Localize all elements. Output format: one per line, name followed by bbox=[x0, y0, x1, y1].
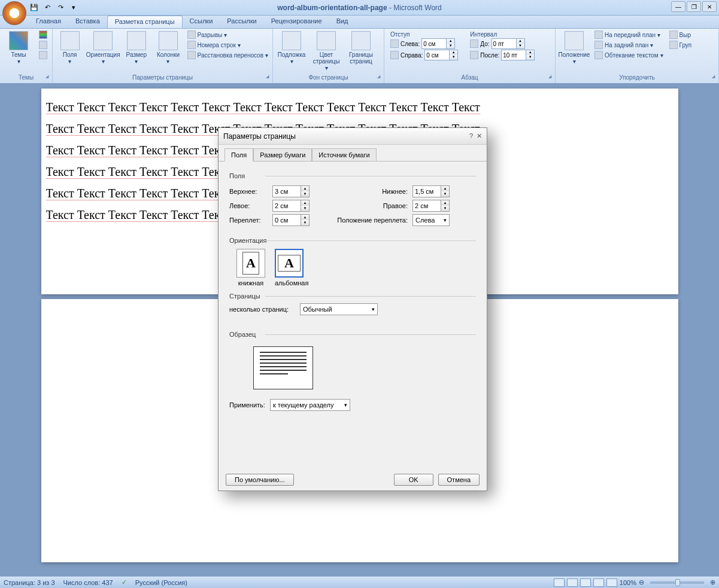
ribbon-group-paragraph: Отступ Слева:▲▼ Справа:▲▼ Интервал До:▲▼… bbox=[384, 29, 556, 83]
left-margin-input[interactable]: ▲▼ bbox=[272, 200, 310, 212]
view-full-screen[interactable] bbox=[567, 578, 578, 587]
multi-pages-combo[interactable]: Обычный bbox=[300, 303, 378, 315]
page-borders-icon bbox=[351, 31, 371, 50]
tab-home[interactable]: Главная bbox=[29, 16, 68, 28]
gutter-position-combo[interactable]: Слева bbox=[412, 214, 450, 226]
tab-references[interactable]: Ссылки bbox=[183, 16, 220, 28]
office-button[interactable] bbox=[2, 1, 26, 25]
view-outline[interactable] bbox=[593, 578, 604, 587]
dialog-body: Поля Верхнее:▲▼ Левое:▲▼ Переплет:▲▼ Ниж… bbox=[219, 162, 487, 419]
themes-button[interactable]: Темы▾ bbox=[2, 30, 35, 66]
apply-to-combo[interactable]: к текущему разделу bbox=[270, 399, 350, 411]
indent-label: Отступ bbox=[390, 31, 458, 38]
line-numbers-button[interactable]: Номера строк ▾ bbox=[186, 40, 270, 50]
right-margin-input[interactable]: ▲▼ bbox=[412, 200, 450, 212]
group-label-themes: Темы bbox=[2, 73, 50, 82]
ok-button[interactable]: OK bbox=[394, 474, 433, 486]
dialog-tab-margins[interactable]: Поля bbox=[225, 148, 253, 162]
wrap-icon bbox=[594, 51, 603, 59]
document-text[interactable]: Текст Текст Текст Текст Текст Текст Текс… bbox=[46, 100, 480, 114]
view-print-layout[interactable] bbox=[554, 578, 565, 587]
spacing-before-input[interactable]: ▲▼ bbox=[492, 38, 525, 49]
theme-colors-button[interactable] bbox=[37, 30, 49, 39]
theme-fonts-button[interactable] bbox=[37, 40, 49, 50]
spacing-after-input[interactable]: ▲▼ bbox=[501, 50, 535, 60]
dialog-titlebar[interactable]: Параметры страницы ? ✕ bbox=[219, 128, 487, 145]
orientation-button[interactable]: Ориентация▾ bbox=[87, 30, 119, 66]
hyphenation-icon bbox=[187, 51, 196, 59]
bring-front-button[interactable]: На передний план ▾ bbox=[593, 30, 665, 39]
margins-button[interactable]: Поля▾ bbox=[55, 30, 84, 66]
colors-icon bbox=[39, 31, 47, 39]
top-margin-input[interactable]: ▲▼ bbox=[272, 185, 310, 197]
spellcheck-icon[interactable]: ✓ bbox=[122, 578, 127, 586]
dialog-tabs: Поля Размер бумаги Источник бумаги bbox=[219, 145, 487, 162]
send-back-button[interactable]: На задний план ▾ bbox=[593, 40, 665, 50]
text-wrap-button[interactable]: Обтекание текстом ▾ bbox=[593, 50, 665, 60]
watermark-button[interactable]: Подложка▾ bbox=[275, 30, 308, 66]
indent-right-input[interactable]: ▲▼ bbox=[424, 50, 458, 60]
undo-icon[interactable]: ↶ bbox=[42, 2, 53, 13]
zoom-in-button[interactable]: ⊕ bbox=[710, 578, 715, 586]
apply-label: Применить: bbox=[229, 401, 265, 409]
effects-icon bbox=[39, 51, 47, 59]
close-button[interactable]: ✕ bbox=[702, 1, 717, 12]
front-icon bbox=[594, 31, 603, 39]
ribbon: Темы▾ Темы Поля▾ Ориентация▾ Размер▾ Кол… bbox=[0, 29, 719, 84]
gutter-label: Переплет: bbox=[229, 217, 268, 224]
view-draft[interactable] bbox=[606, 578, 617, 587]
status-page[interactable]: Страница: 3 из 3 bbox=[4, 579, 55, 586]
zoom-slider[interactable] bbox=[650, 581, 704, 584]
page-setup-dialog: Параметры страницы ? ✕ Поля Размер бумаг… bbox=[218, 127, 487, 491]
minimize-button[interactable]: — bbox=[671, 1, 685, 12]
indent-left-input[interactable]: ▲▼ bbox=[421, 38, 455, 49]
bottom-margin-input[interactable]: ▲▼ bbox=[412, 185, 450, 197]
columns-icon bbox=[159, 31, 178, 50]
dialog-tab-paper[interactable]: Размер бумаги bbox=[253, 148, 312, 162]
status-language[interactable]: Русский (Россия) bbox=[135, 579, 187, 586]
gutter-input[interactable]: ▲▼ bbox=[272, 214, 310, 226]
title-bar: 💾 ↶ ↷ ▾ word-album-orientation-all-page … bbox=[0, 0, 719, 16]
ribbon-group-page-setup: Поля▾ Ориентация▾ Размер▾ Колонки▾ Разры… bbox=[53, 29, 273, 83]
dialog-close-icon[interactable]: ✕ bbox=[477, 132, 482, 140]
view-web-layout[interactable] bbox=[580, 578, 591, 587]
margins-icon bbox=[60, 31, 80, 50]
tab-insert[interactable]: Вставка bbox=[68, 16, 107, 28]
indent-left-icon bbox=[390, 39, 399, 48]
columns-button[interactable]: Колонки▾ bbox=[153, 30, 183, 66]
align-button[interactable]: Выр bbox=[668, 30, 694, 39]
ribbon-tabs: Главная Вставка Разметка страницы Ссылки… bbox=[0, 16, 719, 29]
orientation-icon bbox=[93, 31, 113, 50]
window-title: word-album-orientation-all-page - Micros… bbox=[277, 4, 441, 12]
tab-review[interactable]: Рецензирование bbox=[264, 16, 329, 28]
zoom-out-button[interactable]: ⊖ bbox=[639, 578, 644, 586]
hyphenation-button[interactable]: Расстановка переносов ▾ bbox=[186, 50, 270, 60]
redo-icon[interactable]: ↷ bbox=[55, 2, 66, 13]
cancel-button[interactable]: Отмена bbox=[438, 474, 480, 486]
maximize-button[interactable]: ❐ bbox=[687, 1, 701, 12]
zoom-value[interactable]: 100% bbox=[620, 579, 636, 586]
theme-effects-button[interactable] bbox=[37, 50, 49, 60]
dialog-tab-source[interactable]: Источник бумаги bbox=[312, 148, 376, 162]
dialog-help-icon[interactable]: ? bbox=[469, 132, 473, 140]
bottom-label: Нижнее: bbox=[324, 188, 408, 195]
line-numbers-icon bbox=[187, 41, 196, 49]
tab-view[interactable]: Вид bbox=[329, 16, 356, 28]
page-borders-button[interactable]: Границы страниц bbox=[345, 30, 377, 66]
qat-customize-icon[interactable]: ▾ bbox=[68, 2, 79, 13]
page-color-button[interactable]: Цвет страницы▾ bbox=[310, 30, 342, 72]
window-controls: — ❐ ✕ bbox=[671, 1, 717, 12]
tab-mailings[interactable]: Рассылки bbox=[220, 16, 263, 28]
tab-page-layout[interactable]: Разметка страницы bbox=[107, 16, 183, 28]
breaks-button[interactable]: Разрывы ▾ bbox=[186, 30, 270, 39]
multi-pages-label: несколько страниц: bbox=[229, 306, 295, 313]
position-button[interactable]: Положение▾ bbox=[558, 30, 590, 66]
group-button[interactable]: Груп bbox=[668, 40, 694, 50]
status-word-count[interactable]: Число слов: 437 bbox=[63, 579, 113, 586]
size-button[interactable]: Размер▾ bbox=[122, 30, 151, 66]
group-label-page-bg: Фон страницы bbox=[275, 73, 381, 82]
save-icon[interactable]: 💾 bbox=[29, 2, 40, 13]
landscape-button[interactable]: A альбомная bbox=[275, 249, 308, 287]
portrait-button[interactable]: A книжная bbox=[236, 249, 265, 287]
default-button[interactable]: По умолчанию... bbox=[226, 474, 294, 486]
